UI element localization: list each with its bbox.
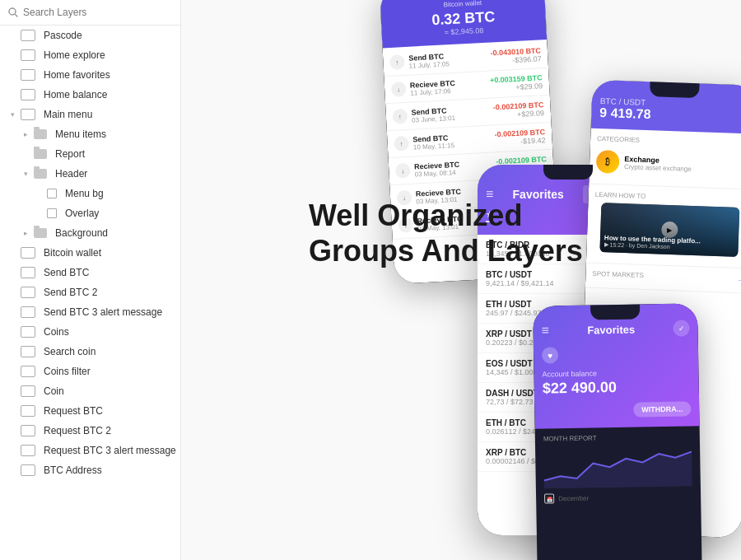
layer-item[interactable]: Overlay — [0, 203, 180, 223]
svg-point-0 — [9, 8, 16, 15]
layer-label: Send BTC — [44, 267, 89, 278]
fav2-screen: ≡ Favorites ✓ ♥ Account balance $22 490.… — [533, 303, 702, 560]
video-card: ▶ How to use the trading platfo... ▶ 15:… — [599, 203, 739, 257]
fav2-header: ≡ Favorites ✓ ♥ Account balance $22 490.… — [533, 303, 700, 428]
search-icon — [8, 7, 18, 17]
layer-label: Request BTC 2 — [44, 425, 111, 436]
layer-label: Menu items — [55, 128, 106, 140]
layer-item[interactable]: Home explore — [0, 45, 180, 65]
mini-chart — [543, 445, 692, 488]
chevron-icon — [8, 367, 16, 376]
chevron-icon — [8, 407, 16, 415]
fav2-check[interactable]: ✓ — [673, 320, 689, 336]
layer-item[interactable]: Coins filter — [0, 362, 180, 381]
layer-label: Home balance — [44, 89, 107, 100]
svg-line-1 — [16, 15, 18, 17]
chevron-icon — [8, 249, 16, 257]
layer-label: Bitcoin wallet — [44, 247, 101, 259]
layer-label: Coins filter — [44, 366, 91, 377]
chevron-icon — [8, 71, 16, 79]
learn-section: LEARN HOW TO ▶ How to use the trading pl… — [586, 184, 741, 269]
search-bar[interactable] — [0, 0, 180, 26]
spot-markets-section: SPOT MARKETS → — [585, 264, 741, 294]
screen-type-icon — [21, 69, 35, 81]
screen-type-icon — [21, 49, 35, 61]
chevron-icon — [21, 150, 30, 158]
layer-label: Home favorites — [44, 69, 110, 81]
layer-label: Send BTC 2 — [44, 287, 97, 298]
layer-item[interactable]: ▾Main menu — [0, 105, 180, 124]
tx-icon: ↑ — [392, 109, 408, 124]
layer-item[interactable]: Request BTC — [0, 401, 180, 421]
layer-item[interactable]: ▾Header — [0, 164, 180, 184]
layer-label: Request BTC 3 alert message — [44, 445, 176, 456]
layer-item[interactable]: Bitcoin wallet — [0, 243, 180, 263]
chevron-icon — [8, 387, 16, 395]
layer-item[interactable]: Report — [0, 144, 180, 164]
chevron-icon — [8, 91, 16, 99]
calendar-icon: 📅 — [544, 493, 554, 503]
folder-type-icon — [34, 169, 47, 179]
layer-label: Request BTC — [44, 405, 103, 417]
layer-item[interactable]: Request BTC 3 alert message — [0, 441, 180, 460]
layer-item[interactable]: Home favorites — [0, 65, 180, 85]
heart-icon: ♥ — [542, 347, 558, 363]
layer-label: Overlay — [65, 208, 99, 219]
layer-item[interactable]: Coin — [0, 381, 180, 401]
layer-label: Pascode — [44, 30, 82, 41]
layer-label: Home explore — [44, 49, 105, 61]
layer-label: Coin — [44, 385, 64, 397]
chevron-icon — [8, 427, 16, 435]
chevron-icon — [8, 466, 16, 474]
layer-item[interactable]: Send BTC 3 alert message — [0, 302, 180, 322]
chevron-icon — [8, 51, 16, 59]
screen-type-icon — [21, 306, 35, 318]
layer-label: Report — [55, 148, 85, 160]
center-text-block: Well Organized Groups And Layers — [309, 198, 583, 268]
headline: Well Organized Groups And Layers — [309, 198, 583, 268]
screen-type-icon — [21, 326, 35, 338]
layer-item[interactable]: Send BTC — [0, 263, 180, 282]
phone2-notch — [543, 165, 593, 180]
layer-item[interactable]: Coins — [0, 322, 180, 342]
screen-type-icon — [21, 287, 35, 298]
layer-item[interactable]: Request BTC 2 — [0, 421, 180, 441]
folder-type-icon — [34, 149, 47, 159]
phone3-notch — [650, 82, 700, 98]
screen-type-icon — [21, 425, 35, 436]
phone4-notch — [590, 305, 640, 320]
phone-favorites-balance: ≡ Favorites ✓ ♥ Account balance $22 490.… — [533, 303, 702, 560]
cat-exchange: ₿ Exchange Crypto asset exchange — [596, 146, 741, 182]
withdraw-button[interactable]: WITHDRA... — [633, 401, 691, 417]
categories-section: CATEGORIES ₿ Exchange Crypto asset excha… — [589, 128, 741, 190]
layer-item[interactable]: ▸Menu items — [0, 124, 180, 144]
nav-arrow[interactable]: → — [737, 277, 741, 284]
layer-item[interactable]: BTC Address — [0, 460, 180, 480]
layer-item[interactable]: ▸Background — [0, 223, 180, 243]
layer-label: Background — [55, 227, 108, 239]
layer-label: Search coin — [44, 346, 96, 357]
chevron-icon: ▸ — [21, 130, 30, 138]
layer-item[interactable]: Menu bg — [0, 184, 180, 203]
layer-label: Coins — [44, 326, 69, 338]
chevron-icon — [8, 446, 16, 455]
video-overlay: How to use the trading platfo... ▶ 15:22… — [599, 203, 739, 257]
screen-type-icon — [21, 247, 35, 259]
layer-item[interactable]: Home balance — [0, 85, 180, 105]
screen-type-icon — [21, 445, 35, 456]
screen-type-icon — [21, 405, 35, 417]
layer-item[interactable]: Pascode — [0, 26, 180, 45]
folder-type-icon — [34, 228, 47, 238]
layer-item[interactable]: Search coin — [0, 342, 180, 362]
screen-type-icon — [21, 385, 35, 397]
chevron-icon — [8, 288, 16, 296]
rect-type-icon — [47, 208, 57, 218]
search-layers-input[interactable] — [23, 7, 172, 18]
layers-list: PascodeHome exploreHome favoritesHome ba… — [0, 26, 180, 560]
tx-icon: ↑ — [394, 136, 409, 152]
screen-type-icon — [21, 464, 35, 476]
chevron-icon: ▸ — [21, 229, 30, 237]
chevron-icon — [8, 328, 16, 336]
chevron-icon: ▾ — [8, 110, 16, 119]
layer-item[interactable]: Send BTC 2 — [0, 282, 180, 302]
